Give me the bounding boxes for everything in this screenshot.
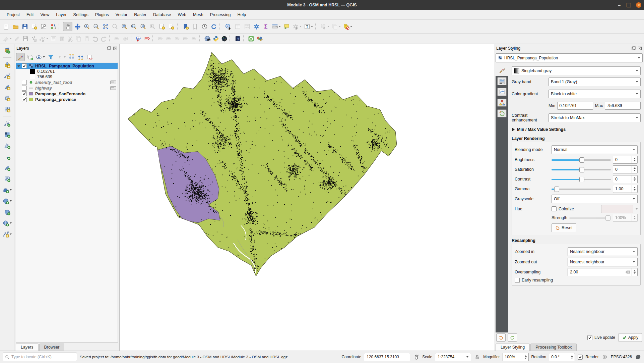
- maximize-icon[interactable]: [627, 3, 631, 7]
- messages-icon[interactable]: [635, 354, 641, 360]
- crs-indicator[interactable]: EPSG:4326: [611, 355, 632, 359]
- scale-combo[interactable]: 1:223754: [435, 353, 471, 361]
- new-spatialite-layer-icon[interactable]: [2, 82, 12, 92]
- add-virtual-layer-icon[interactable]: [2, 174, 12, 184]
- open-layer-styling-panel-icon[interactable]: [16, 53, 25, 61]
- open-data-source-manager-icon[interactable]: [2, 45, 12, 55]
- float-panel-icon[interactable]: [631, 46, 636, 51]
- style-undo-button[interactable]: [496, 333, 506, 342]
- add-mesh-layer-icon[interactable]: [2, 141, 12, 151]
- new-temporary-scratch-layer-icon[interactable]: [2, 93, 12, 103]
- collapse-all-icon[interactable]: [76, 53, 84, 61]
- menu-plugins[interactable]: Plugins: [92, 11, 112, 18]
- gamma-slider[interactable]: [552, 186, 611, 192]
- show-bookmarks-icon[interactable]: [191, 22, 199, 31]
- brightness-slider[interactable]: [552, 157, 611, 162]
- minmax-settings-expander[interactable]: Min / Max Value Settings: [512, 127, 641, 132]
- highlight-unplaced-labels-icon[interactable]: abc: [143, 35, 151, 42]
- deselect-overlap-icon[interactable]: [342, 22, 353, 31]
- add-group-icon[interactable]: [26, 53, 34, 61]
- processing-toolbox-icon[interactable]: [252, 22, 261, 31]
- new-shapefile-layer-icon[interactable]: [2, 71, 12, 81]
- apply-button[interactable]: Apply: [619, 333, 642, 342]
- layer-indicator-icon[interactable]: [110, 81, 116, 84]
- rotation-spinbox[interactable]: 0.0 °: [549, 353, 575, 361]
- saturation-slider[interactable]: [552, 167, 611, 172]
- magnifier-spinbox[interactable]: 100%: [503, 353, 529, 361]
- add-wcs-layer-icon[interactable]: [2, 207, 12, 217]
- menu-layer[interactable]: Layer: [53, 11, 70, 18]
- saturation-spinbox[interactable]: 0: [613, 165, 638, 173]
- menu-vector[interactable]: Vector: [112, 11, 131, 18]
- zoom-to-layer-icon[interactable]: [120, 22, 129, 31]
- tab-layers[interactable]: Layers: [16, 344, 39, 351]
- brightness-spinbox[interactable]: 0: [613, 156, 638, 164]
- zoom-native-icon[interactable]: 1:1: [129, 22, 138, 31]
- pan-map-icon[interactable]: [63, 22, 72, 31]
- strength-spinbox[interactable]: 100%: [613, 214, 638, 222]
- color-gradient-select[interactable]: Black to white: [549, 90, 641, 98]
- new-virtual-layer-icon[interactable]: [2, 104, 12, 114]
- close-panel-icon[interactable]: [113, 46, 117, 51]
- new-project-icon[interactable]: [2, 22, 10, 31]
- float-panel-icon[interactable]: [107, 46, 111, 51]
- layer-item-pampanga_province[interactable]: Pampanga_province: [16, 97, 118, 102]
- zoom-full-icon[interactable]: [101, 22, 110, 31]
- new-3d-map-view-icon[interactable]: [167, 22, 176, 31]
- temporal-controller-icon[interactable]: [200, 22, 209, 31]
- osm-place-search-icon[interactable]: [204, 35, 211, 42]
- contrast-slider[interactable]: [552, 176, 611, 182]
- crs-globe-icon[interactable]: [601, 354, 608, 360]
- locate-input[interactable]: Type to locate (Ctrl+K): [3, 353, 77, 361]
- gamma-spinbox[interactable]: 1.00: [613, 185, 638, 193]
- histogram-tab-icon[interactable]: [497, 88, 507, 96]
- zoomed-out-select[interactable]: Nearest neighbour: [568, 258, 638, 266]
- globe-plugin-icon[interactable]: [220, 35, 228, 42]
- zoomed-in-select[interactable]: Nearest neighbour: [568, 247, 638, 256]
- layer-checkbox[interactable]: [22, 91, 27, 96]
- attributes-tab-icon[interactable]: [497, 99, 507, 107]
- new-map-view-icon[interactable]: [157, 22, 166, 31]
- layer-indicator-icon[interactable]: [110, 86, 116, 90]
- text-annotation-icon[interactable]: T: [303, 22, 314, 31]
- layer-item-highway[interactable]: highway: [16, 85, 118, 91]
- manage-map-themes-icon[interactable]: [35, 53, 46, 61]
- colorize-checkbox[interactable]: [552, 206, 557, 211]
- min-input[interactable]: 0.102761: [557, 102, 593, 110]
- style-redo-button[interactable]: [508, 333, 517, 342]
- layer-checkbox[interactable]: [22, 97, 27, 102]
- blending-mode-select[interactable]: Normal: [552, 145, 638, 154]
- menu-edit[interactable]: Edit: [23, 11, 37, 18]
- early-resampling-checkbox[interactable]: [515, 278, 520, 283]
- minimize-icon[interactable]: –: [617, 2, 622, 8]
- add-postgis-layer-icon[interactable]: [2, 185, 12, 195]
- python-console-icon[interactable]: [212, 35, 220, 42]
- gray-band-select[interactable]: Band 1 (Gray): [549, 77, 641, 86]
- show-statistics-icon[interactable]: Σ: [261, 22, 270, 31]
- pan-to-selection-icon[interactable]: [73, 22, 82, 31]
- map-tips-icon[interactable]: [282, 22, 291, 31]
- refresh-map-icon[interactable]: [209, 22, 218, 31]
- contrast-spinbox[interactable]: 0: [613, 175, 638, 183]
- grayscale-select[interactable]: Off: [552, 195, 638, 203]
- layer-checkbox[interactable]: [22, 80, 27, 85]
- history-tab-icon[interactable]: [497, 109, 507, 117]
- menu-database[interactable]: Database: [150, 11, 175, 18]
- add-wfs-layer-icon[interactable]: [2, 218, 12, 228]
- add-raster-layer-icon[interactable]: [2, 129, 12, 140]
- save-project-icon[interactable]: [20, 22, 29, 31]
- close-panel-icon[interactable]: [637, 46, 642, 51]
- measure-line-icon[interactable]: [271, 22, 281, 31]
- quickosm-icon[interactable]: [247, 35, 255, 42]
- menu-mesh[interactable]: Mesh: [190, 11, 207, 18]
- new-geopackage-layer-icon[interactable]: [2, 60, 12, 70]
- coordinate-input[interactable]: 120.6637,15.3103: [364, 353, 410, 361]
- zoom-out-icon[interactable]: [92, 22, 101, 31]
- menu-settings[interactable]: Settings: [70, 11, 92, 18]
- add-delimited-text-layer-icon[interactable]: ,: [2, 152, 12, 162]
- symbology-tab-icon[interactable]: [498, 66, 506, 74]
- lock-scale-icon[interactable]: [474, 354, 480, 360]
- max-input[interactable]: 756.639: [605, 102, 641, 110]
- filter-legend-icon[interactable]: [47, 53, 55, 61]
- colorize-color-swatch[interactable]: [601, 205, 633, 213]
